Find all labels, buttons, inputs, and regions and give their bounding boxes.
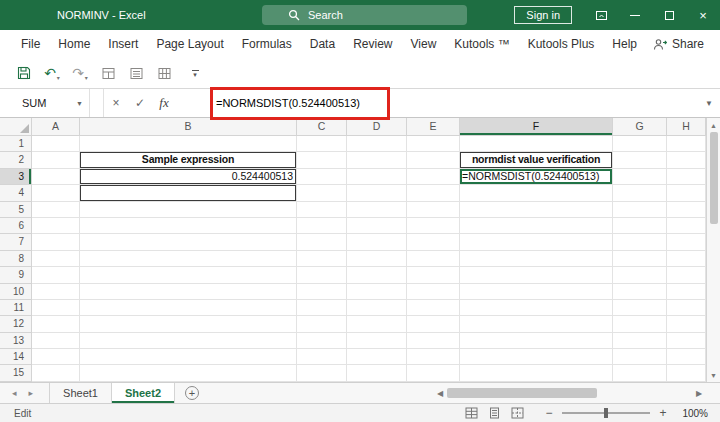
ribbon-tab-formulas[interactable]: Formulas [233,30,301,58]
row-header-7[interactable]: 7 [0,234,32,250]
row-header-5[interactable]: 5 [0,202,32,218]
cell-A8[interactable] [32,251,80,267]
search-box[interactable]: Search [262,5,467,25]
ribbon-tab-kutools-plus[interactable]: Kutools Plus [519,30,604,58]
select-all-corner[interactable] [0,118,32,136]
ribbon-tab-help[interactable]: Help [603,30,646,58]
minimize-icon[interactable] [618,0,652,30]
vertical-scrollbar-thumb[interactable] [710,132,718,224]
cell-D8[interactable] [347,251,407,267]
cell-B13[interactable] [80,333,297,349]
cell-E4[interactable] [407,185,460,201]
cell-C3[interactable] [297,169,347,185]
cell-D10[interactable] [347,284,407,300]
cell-E8[interactable] [407,251,460,267]
cell-C4[interactable] [297,185,347,201]
cell-C6[interactable] [297,218,347,234]
zoom-in-button[interactable]: + [656,406,670,420]
cell-C2[interactable] [297,152,347,168]
cell-E10[interactable] [407,284,460,300]
cell-H3[interactable] [667,169,706,185]
cell-B1[interactable] [80,136,297,152]
cell-E1[interactable] [407,136,460,152]
zoom-level[interactable]: 100% [680,408,708,419]
col-header-B[interactable]: B [80,118,297,136]
cell-F12[interactable] [460,316,613,332]
cell-D11[interactable] [347,300,407,316]
cell-D12[interactable] [347,316,407,332]
ribbon-display-options-icon[interactable] [584,0,618,30]
cell-B2[interactable]: Sample expression [80,152,297,168]
cell-D2[interactable] [347,152,407,168]
page-layout-view-icon[interactable] [488,407,501,419]
cell-E3[interactable] [407,169,460,185]
add-sheet-button[interactable]: + [185,386,199,400]
cell-H6[interactable] [667,218,706,234]
cell-D6[interactable] [347,218,407,234]
ribbon-tab-review[interactable]: Review [344,30,401,58]
sign-in-button[interactable]: Sign in [514,6,572,24]
cell-G12[interactable] [613,316,667,332]
cell-H12[interactable] [667,316,706,332]
row-header-1[interactable]: 1 [0,136,32,152]
zoom-out-button[interactable]: − [542,406,556,420]
ribbon-tab-home[interactable]: Home [49,30,99,58]
cell-F3[interactable]: =NORMSDIST(0.524400513) [460,169,613,185]
cell-A7[interactable] [32,234,80,250]
undo-button[interactable]: ↶▾ [40,61,64,85]
cell-G5[interactable] [613,202,667,218]
row-header-9[interactable]: 9 [0,267,32,283]
cell-F15[interactable] [460,365,613,381]
cell-G9[interactable] [613,267,667,283]
cell-F10[interactable] [460,284,613,300]
row-header-13[interactable]: 13 [0,333,32,349]
zoom-slider-thumb[interactable] [604,408,608,418]
cell-B6[interactable] [80,218,297,234]
col-header-G[interactable]: G [613,118,667,136]
cell-G3[interactable] [613,169,667,185]
row-header-6[interactable]: 6 [0,218,32,234]
cell-C11[interactable] [297,300,347,316]
cell-F7[interactable] [460,234,613,250]
cell-G7[interactable] [613,234,667,250]
horizontal-scrollbar[interactable]: ◀ ▶ [433,383,706,403]
ribbon-tab-view[interactable]: View [402,30,446,58]
confirm-entry-button[interactable]: ✓ [128,89,152,117]
normal-view-icon[interactable] [465,407,478,419]
row-header-14[interactable]: 14 [0,349,32,365]
cell-A5[interactable] [32,202,80,218]
cell-A4[interactable] [32,185,80,201]
cell-D7[interactable] [347,234,407,250]
sheet-tab-sheet2[interactable]: Sheet2 [112,383,175,403]
scroll-down-icon[interactable]: ▼ [710,368,717,382]
cell-G15[interactable] [613,365,667,381]
maximize-icon[interactable] [652,0,686,30]
cell-F6[interactable] [460,218,613,234]
page-break-view-icon[interactable] [511,407,524,419]
cell-A14[interactable] [32,349,80,365]
cell-G1[interactable] [613,136,667,152]
col-header-E[interactable]: E [407,118,460,136]
name-box[interactable]: SUM ▼ [14,89,90,117]
cell-H11[interactable] [667,300,706,316]
cell-B3[interactable]: 0.524400513 [80,169,297,185]
cell-A1[interactable] [32,136,80,152]
cell-E2[interactable] [407,152,460,168]
cell-G10[interactable] [613,284,667,300]
cell-H14[interactable] [667,349,706,365]
cell-B11[interactable] [80,300,297,316]
cell-B5[interactable] [80,202,297,218]
formula-input[interactable]: =NORMSDIST(0.524400513) [176,89,698,117]
cell-A12[interactable] [32,316,80,332]
cell-E6[interactable] [407,218,460,234]
cell-C14[interactable] [297,349,347,365]
col-header-H[interactable]: H [667,118,706,136]
cell-A2[interactable] [32,152,80,168]
qat-list-button[interactable] [124,61,148,85]
cell-H5[interactable] [667,202,706,218]
cell-D13[interactable] [347,333,407,349]
cell-G11[interactable] [613,300,667,316]
cell-H2[interactable] [667,152,706,168]
cell-E13[interactable] [407,333,460,349]
scroll-up-icon[interactable]: ▲ [710,118,717,132]
